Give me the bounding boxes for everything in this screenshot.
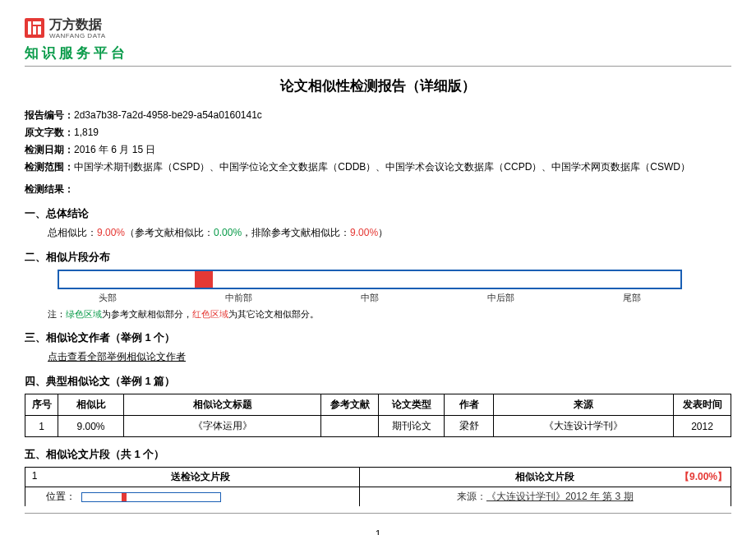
overall-conclusion: 总相似比：9.00%（参考文献相似比：0.00%，排除参考文献相似比：9.00%… xyxy=(25,226,731,240)
cell-ratio: 9.00% xyxy=(58,416,124,437)
fragment-left-body: 位置： xyxy=(42,487,360,507)
th-ratio: 相似比 xyxy=(58,394,124,416)
report-page: 万方数据 WANFANG DATA 知识服务平台 论文相似性检测报告（详细版） … xyxy=(0,0,756,535)
fragment-header-row: 1 送检论文片段 相似论文片段 【9.00%】 xyxy=(25,468,731,487)
distribution-bar xyxy=(58,270,682,289)
meta-report-id: 报告编号：2d3a7b38-7a2d-4958-be29-a54a0160141… xyxy=(25,108,731,122)
location-bar xyxy=(81,492,221,502)
cell-source: 《大连设计学刊》 xyxy=(494,416,674,437)
section-5-header: 五、相似论文片段（共 1 个） xyxy=(25,447,731,462)
fragment-left-header: 送检论文片段 xyxy=(42,468,360,487)
page-number: 1 xyxy=(25,528,731,535)
svg-rect-1 xyxy=(33,21,41,25)
fragment-source-link[interactable]: 《大连设计学刊》2012 年 第 3 期 xyxy=(486,491,634,502)
section-2-header: 二、相似片段分布 xyxy=(25,250,731,265)
brand-en: WANFANG DATA xyxy=(49,32,106,39)
distribution-red-segment xyxy=(195,271,213,288)
total-ratio: 9.00% xyxy=(97,227,125,238)
brand-text: 万方数据 WANFANG DATA xyxy=(49,16,106,39)
th-source: 来源 xyxy=(494,394,674,416)
section-4-header: 四、典型相似论文（举例 1 篇） xyxy=(25,374,731,389)
footer-divider xyxy=(25,513,731,514)
distribution-chart: 头部 中前部 中部 中后部 尾部 xyxy=(58,270,731,304)
cell-author: 梁舒 xyxy=(445,416,494,437)
th-pub: 发表时间 xyxy=(674,394,731,416)
distribution-note: 注：绿色区域为参考文献相似部分，红色区域为其它论文相似部分。 xyxy=(25,308,731,321)
th-no: 序号 xyxy=(25,394,58,416)
section-1-header: 一、总体结论 xyxy=(25,206,731,221)
cell-title: 《字体运用》 xyxy=(124,416,321,437)
header-divider xyxy=(25,66,731,67)
th-author: 作者 xyxy=(445,394,494,416)
similar-papers-table: 序号 相似比 相似论文标题 参考文献 论文类型 作者 来源 发表时间 1 9.0… xyxy=(25,394,731,437)
table-header-row: 序号 相似比 相似论文标题 参考文献 论文类型 作者 来源 发表时间 xyxy=(25,394,731,416)
brand-cn: 万方数据 xyxy=(49,16,106,34)
table-row: 1 9.00% 《字体运用》 期刊论文 梁舒 《大连设计学刊》 2012 xyxy=(25,416,731,437)
report-title: 论文相似性检测报告（详细版） xyxy=(25,76,731,95)
th-title: 相似论文标题 xyxy=(124,394,321,416)
cell-type: 期刊论文 xyxy=(379,416,445,437)
cell-no: 1 xyxy=(25,416,58,437)
cell-ref xyxy=(321,416,379,437)
fragment-right-header: 相似论文片段 【9.00%】 xyxy=(359,468,731,487)
excl-ratio: 9.00% xyxy=(350,227,378,238)
meta-date: 检测日期：2016 年 6 月 15 日 xyxy=(25,143,731,157)
section-3-header: 三、相似论文作者（举例 1 个） xyxy=(25,330,731,345)
wanfang-logo-icon xyxy=(25,18,44,38)
fragment-percentage: 【9.00%】 xyxy=(680,470,727,484)
svg-rect-3 xyxy=(38,26,41,35)
th-type: 论文类型 xyxy=(379,394,445,416)
cell-pub: 2012 xyxy=(674,416,731,437)
meta-word-count: 原文字数：1,819 xyxy=(25,126,731,140)
authors-link-row: 点击查看全部举例相似论文作者 xyxy=(25,350,731,364)
logo-area: 万方数据 WANFANG DATA 知识服务平台 xyxy=(25,16,731,62)
th-ref: 参考文献 xyxy=(321,394,379,416)
meta-scope: 检测范围：中国学术期刊数据库（CSPD）、中国学位论文全文数据库（CDDB）、中… xyxy=(25,160,731,174)
meta-result: 检测结果： xyxy=(25,182,731,196)
logo-row: 万方数据 WANFANG DATA xyxy=(25,16,731,39)
view-all-authors-link[interactable]: 点击查看全部举例相似论文作者 xyxy=(48,351,186,362)
fragment-right-body: 来源：《大连设计学刊》2012 年 第 3 期 xyxy=(359,487,731,507)
fragment-body-row: 位置： 来源：《大连设计学刊》2012 年 第 3 期 xyxy=(25,487,731,507)
svg-rect-0 xyxy=(28,21,31,35)
ref-ratio: 0.00% xyxy=(214,227,242,238)
fragment-number: 1 xyxy=(25,468,42,487)
svg-rect-2 xyxy=(33,26,36,35)
location-label: 位置： xyxy=(46,491,76,502)
location-bar-red xyxy=(122,493,127,501)
brand-subtitle: 知识服务平台 xyxy=(25,44,731,62)
distribution-labels: 头部 中前部 中部 中后部 尾部 xyxy=(58,292,682,304)
fragment-table: 1 送检论文片段 相似论文片段 【9.00%】 位置： 来源：《大连设计学刊》2… xyxy=(25,467,731,506)
